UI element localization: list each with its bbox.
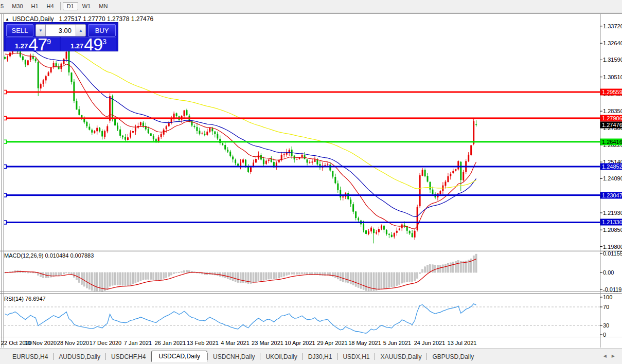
rsi-axis-tick: 100 (603, 294, 612, 300)
pane-separator[interactable] (0, 250, 622, 250)
rsi-axis-tick: 30 (603, 322, 609, 329)
date-axis-label: 4 Mar 2021 (221, 340, 250, 346)
spinner-up-icon: ▲ (79, 28, 83, 33)
current-price-label: 1.27476 (600, 122, 622, 129)
timeframe-button-h1[interactable]: H1 (27, 2, 43, 10)
price-axis-tick: 1.30510 (603, 74, 622, 80)
pane-separator[interactable] (0, 292, 622, 292)
price-axis-tick: 1.31590 (603, 57, 622, 63)
chart-tab-dj30[interactable]: DJ30,H1 (303, 353, 337, 360)
price-axis-tick: 1.21930 (603, 210, 622, 216)
chart-tab-xauusd[interactable]: XAUUSD,Daily (375, 353, 426, 360)
tab-scroll-arrows: ◀ ▶ (603, 354, 615, 358)
hline-price-label: 1.21330 (600, 219, 622, 226)
price-axis-tick: 1.33720 (603, 23, 622, 29)
timeframe-toolbar: 5M30H1H4D1W1MN (0, 0, 622, 12)
price-axis-tick: 1.20850 (603, 227, 622, 233)
macd-indicator-label: MACD(12,26,9) 0.010484 0.007883 (4, 252, 94, 259)
tab-scroll-right-icon[interactable]: ▶ (612, 354, 615, 358)
pane-separator (0, 337, 622, 337)
hline-price-label: 1.24852 (600, 163, 622, 170)
timeframe-button-m30[interactable]: M30 (8, 2, 27, 10)
chart-tab-gbpusd[interactable]: GBPUSD,Daily (427, 353, 479, 360)
price-chart-canvas[interactable] (0, 0, 622, 364)
chart-ohlc-values: 1.27517 1.27770 1.27378 1.27476 (59, 15, 154, 23)
sell-price-tile[interactable]: 1.27479 (6, 38, 60, 51)
date-axis-label: 24 Jun 2021 (414, 340, 446, 346)
macd-axis-tick: 0.011551 (603, 250, 622, 257)
chart-symbol-period: USDCAD,Daily (12, 15, 54, 23)
price-axis-tick: 1.32640 (603, 40, 622, 46)
buy-price-sup: 3 (102, 39, 106, 45)
sell-price-big: 47 (28, 38, 47, 51)
chart-title: ▲USDCAD,Daily1.27517 1.27770 1.27378 1.2… (5, 15, 153, 23)
chart-tab-ukoil[interactable]: UKOil,Daily (260, 353, 302, 360)
buy-price-tile[interactable]: 1.27493 (61, 38, 116, 51)
chart-tab-usdcad[interactable]: USDCAD,Daily (151, 351, 207, 362)
date-axis-label: 18 May 2021 (348, 340, 381, 346)
date-axis-label: 5 Jun 2021 (383, 340, 411, 346)
rsi-axis-tick: 0 (603, 332, 606, 338)
chart-tab-bar: EURUSD,H4AUDUSD,DailyUSDCHF,H4USDCAD,Dai… (0, 349, 622, 364)
spinner-down-icon: ▼ (39, 28, 43, 33)
rsi-axis-tick: 70 (603, 304, 609, 310)
macd-axis-tick: 0.00 (603, 269, 614, 276)
tab-scroll-left-icon[interactable]: ◀ (603, 354, 607, 358)
price-axis-tick: 1.19800 (603, 244, 622, 250)
sell-price-small: 1.27 (15, 42, 28, 51)
window-frame-left-outer (1, 13, 2, 348)
chart-tab-eurusd[interactable]: EURUSD,H4 (7, 353, 53, 360)
timeframe-button-mn[interactable]: MN (95, 2, 112, 10)
buy-price-big: 49 (84, 38, 102, 51)
volume-input[interactable] (46, 24, 76, 37)
timeframe-button-5[interactable]: 5 (0, 2, 8, 10)
toolbar-separator (60, 2, 61, 10)
one-click-trading-panel: SELL ▼ ▲ BUY 1.27479 1.27493 (4, 23, 118, 51)
timeframe-button-d1[interactable]: D1 (63, 2, 78, 10)
pane-separator[interactable] (0, 293, 622, 294)
timeframe-button-h4[interactable]: H4 (43, 2, 58, 10)
rsi-indicator-label: RSI(14) 76.6947 (4, 296, 46, 302)
date-axis-label: 28 Nov 2020 (57, 340, 89, 346)
hline-price-label: 1.29559 (600, 89, 622, 96)
buy-price-small: 1.27 (70, 42, 83, 51)
pane-separator[interactable] (0, 251, 622, 251)
sell-price-sup: 9 (47, 39, 51, 45)
timeframe-button-w1[interactable]: W1 (78, 2, 95, 10)
one-click-collapse-icon[interactable]: ▲ (5, 17, 9, 22)
date-axis-label: 26 Jan 2021 (155, 340, 186, 346)
chart-window-top-border (0, 13, 622, 14)
chart-tab-usdcnh[interactable]: USDCNH,Daily (208, 353, 260, 360)
date-axis-label: 17 Dec 2020 (90, 340, 121, 346)
date-axis-label: 13 Feb 2021 (187, 340, 219, 346)
date-axis-label: 23 Mar 2021 (252, 340, 283, 346)
date-axis-label: 10 Apr 2021 (285, 340, 315, 346)
date-axis-label: 13 Jul 2021 (448, 340, 477, 346)
chart-tab-usdchf[interactable]: USDCHF,H4 (106, 353, 151, 360)
date-axis-label: 7 Jan 2021 (124, 340, 152, 346)
chart-tab-usdx[interactable]: USDX,H1 (337, 353, 375, 360)
hline-price-label: 1.27906 (600, 115, 622, 121)
hline-price-label: 1.26416 (600, 138, 622, 145)
window-frame-left-inner (3, 13, 4, 348)
hline-price-label: 1.23047 (600, 192, 622, 198)
mt4-terminal: 5M30H1H4D1W1MN ▲USDCAD,Daily1.27517 1.27… (0, 0, 622, 364)
date-axis-label: 10 Nov 2020 (25, 340, 57, 346)
date-axis-label: 29 Apr 2021 (317, 340, 347, 346)
chart-tab-audusd[interactable]: AUDUSD,Daily (54, 353, 105, 360)
macd-axis-tick: -0.011914 (603, 286, 622, 293)
price-axis-tick: 1.24090 (603, 175, 622, 181)
price-axis-tick: 1.28350 (603, 108, 622, 114)
